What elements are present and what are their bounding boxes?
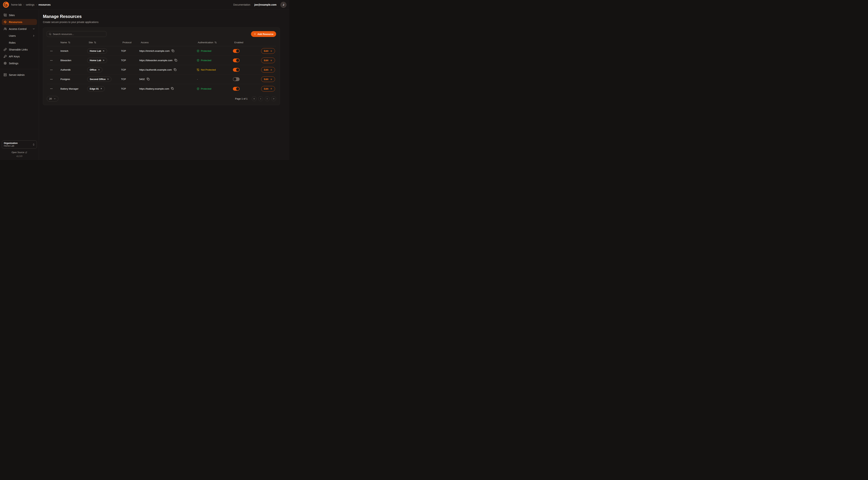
breadcrumb-org[interactable]: home-lab <box>11 3 22 6</box>
copy-button[interactable] <box>171 50 175 53</box>
arrow-up-right-icon <box>100 88 102 90</box>
breadcrumb-settings[interactable]: settings <box>26 3 34 6</box>
arrow-right-icon <box>270 78 272 81</box>
ellipsis-icon <box>50 68 53 71</box>
column-header-protocol: Protocol <box>121 41 139 44</box>
table-row: Authentik Office TCP https://authentik.e… <box>47 65 276 74</box>
sidebar-item-label: API Keys <box>9 55 20 58</box>
shield-off-icon <box>197 68 199 71</box>
copy-icon <box>175 59 177 62</box>
edit-button[interactable]: Edit <box>261 67 275 72</box>
page-title: Manage Resources <box>43 14 285 19</box>
column-header-authentication[interactable]: Authentication <box>196 41 233 44</box>
users-icon <box>4 27 7 30</box>
resource-access-url: https://immich.example.com <box>139 50 169 52</box>
copy-button[interactable] <box>174 59 177 62</box>
pagination: 20 Page 1 of 1 <box>47 96 276 101</box>
edit-button[interactable]: Edit <box>261 48 275 54</box>
table-row: Postgres Second Office TCP 5432 - Edit <box>47 74 276 84</box>
auth-status-badge: Not Protected <box>196 68 216 71</box>
top-bar: home-lab › settings › resources Document… <box>0 0 289 9</box>
sidebar-item-resources[interactable]: Resources <box>2 19 37 25</box>
site-link-button[interactable]: Home Lab <box>87 58 107 63</box>
user-avatar[interactable]: J <box>280 2 286 8</box>
enabled-toggle[interactable] <box>233 49 240 53</box>
auth-status-label: Protected <box>201 59 211 62</box>
edit-button[interactable]: Edit <box>261 86 275 92</box>
page-size-value: 20 <box>49 97 52 100</box>
sidebar: Sites Resources Access Control Users Rol <box>0 9 39 160</box>
arrow-up-right-icon <box>102 50 104 52</box>
documentation-link[interactable]: Documentation <box>233 3 250 6</box>
resources-icon <box>4 21 7 24</box>
sidebar-item-roles[interactable]: Roles <box>2 40 37 46</box>
organization-selector[interactable]: Organization Home Lab <box>2 141 37 149</box>
open-source-link[interactable]: Open Source <box>2 151 37 154</box>
auth-status-label: Protected <box>201 87 211 90</box>
resources-table: Name Site Protocol Access <box>47 39 276 93</box>
add-resource-button[interactable]: Add Resource <box>251 31 276 37</box>
version-label: v1.3.0 <box>2 155 37 157</box>
sidebar-item-settings[interactable]: Settings <box>2 60 37 66</box>
shield-check-icon <box>197 87 199 90</box>
edit-label: Edit <box>264 59 268 62</box>
resource-protocol: TCP <box>121 78 139 81</box>
open-source-label: Open Source <box>11 151 24 154</box>
site-name: Second Office <box>90 78 105 81</box>
edit-label: Edit <box>264 78 268 81</box>
sidebar-item-access-control[interactable]: Access Control <box>2 26 37 32</box>
sidebar-item-server-admin[interactable]: Server Admin <box>2 72 37 78</box>
edit-label: Edit <box>264 68 268 71</box>
enabled-toggle[interactable] <box>233 87 240 91</box>
last-page-button[interactable] <box>271 96 276 101</box>
row-menu-button[interactable] <box>49 68 54 72</box>
search-input[interactable] <box>53 33 104 35</box>
site-link-button[interactable]: Edge 01 <box>87 86 105 91</box>
add-resource-label: Add Resource <box>257 33 273 35</box>
edit-button[interactable]: Edit <box>261 58 275 63</box>
page-size-select[interactable]: 20 <box>47 96 58 101</box>
pangolin-logo-icon[interactable] <box>3 2 9 8</box>
column-header-name[interactable]: Name <box>59 41 87 44</box>
resource-access-url: https://battery.example.com <box>139 87 169 90</box>
sidebar-item-label: Sites <box>9 14 14 17</box>
column-header-site[interactable]: Site <box>87 41 121 44</box>
next-page-button[interactable] <box>265 96 270 101</box>
resource-name: Bitwarden <box>59 59 87 62</box>
table-row: Immich Home Lab TCP https://immich.examp… <box>47 46 276 56</box>
row-menu-button[interactable] <box>49 49 54 53</box>
copy-button[interactable] <box>171 87 174 90</box>
site-link-button[interactable]: Home Lab <box>87 48 107 54</box>
sidebar-item-users[interactable]: Users <box>2 33 37 39</box>
chevrons-right-icon <box>273 97 275 100</box>
resource-access-url: https://authentik.example.com <box>139 68 172 71</box>
site-link-button[interactable]: Second Office <box>87 77 112 82</box>
enabled-toggle[interactable] <box>233 58 240 62</box>
auth-status-label: Not Protected <box>201 68 216 71</box>
copy-button[interactable] <box>146 78 150 81</box>
link-icon <box>4 48 7 51</box>
sidebar-item-shareable-links[interactable]: Shareable Links <box>2 47 37 53</box>
server-icon <box>4 73 7 77</box>
ellipsis-icon <box>50 87 53 90</box>
sidebar-item-api-keys[interactable]: API Keys <box>2 53 37 59</box>
sidebar-item-sites[interactable]: Sites <box>2 12 37 18</box>
edit-label: Edit <box>264 50 268 52</box>
column-header-label: Authentication <box>198 41 213 44</box>
user-email[interactable]: joe@example.com <box>254 3 277 6</box>
row-menu-button[interactable] <box>49 77 54 82</box>
edit-button[interactable]: Edit <box>261 77 275 82</box>
auth-status-badge: Protected <box>196 87 211 90</box>
previous-page-button[interactable] <box>258 96 263 101</box>
row-menu-button[interactable] <box>49 87 54 91</box>
main-content: Manage Resources Create secure proxies t… <box>39 9 289 160</box>
site-name: Edge 01 <box>90 87 99 90</box>
arrow-up-right-icon <box>102 59 104 62</box>
enabled-toggle[interactable] <box>233 77 240 81</box>
first-page-button[interactable] <box>252 96 256 101</box>
site-link-button[interactable]: Office <box>87 67 102 72</box>
row-menu-button[interactable] <box>49 58 54 63</box>
chevrons-up-down-icon <box>32 143 35 146</box>
enabled-toggle[interactable] <box>233 68 240 72</box>
copy-button[interactable] <box>173 68 177 71</box>
